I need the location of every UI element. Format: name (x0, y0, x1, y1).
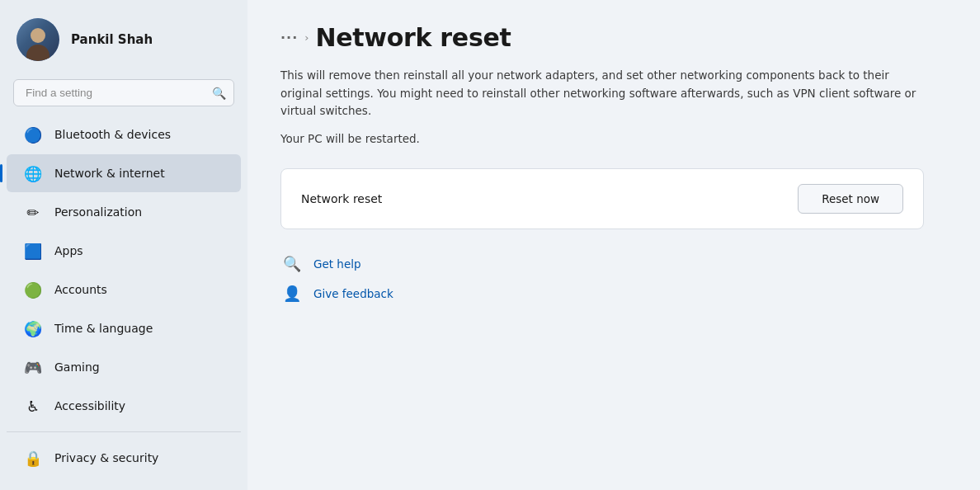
sidebar-item-accounts[interactable]: 🟢 Accounts (7, 271, 241, 309)
bluetooth-icon: 🔵 (23, 125, 43, 144)
give-feedback-label: Give feedback (313, 287, 393, 300)
user-name: Pankil Shah (71, 32, 153, 47)
reset-now-button[interactable]: Reset now (798, 184, 903, 214)
user-profile: Pankil Shah (0, 0, 247, 76)
chevron-right-icon: › (304, 31, 309, 44)
help-links: 🔍 Get help 👤 Give feedback (280, 252, 947, 305)
sidebar-item-gaming[interactable]: 🎮 Gaming (7, 348, 241, 386)
reset-card-label: Network reset (301, 192, 382, 205)
search-box: 🔍 (13, 79, 234, 106)
network-reset-card: Network reset Reset now (280, 168, 924, 229)
sidebar-item-privacy[interactable]: 🔒 Privacy & security (7, 439, 241, 477)
page-title: Network reset (315, 23, 511, 52)
sidebar-item-label: Accessibility (54, 399, 125, 412)
search-input[interactable] (13, 79, 234, 106)
lock-icon: 🔒 (23, 448, 43, 468)
sidebar-item-personalization[interactable]: ✏️ Personalization (7, 193, 241, 231)
get-help-label: Get help (313, 257, 361, 271)
restart-notice: Your PC will be restarted. (280, 132, 947, 145)
sidebar-item-label: Apps (54, 244, 83, 257)
page-description: This will remove then reinstall all your… (280, 67, 924, 120)
time-icon: 🌍 (23, 318, 43, 338)
get-help-link[interactable]: 🔍 Get help (280, 252, 947, 276)
nav-list: 🔵 Bluetooth & devices 🌐 Network & intern… (0, 115, 247, 490)
avatar (16, 18, 59, 61)
nav-divider (7, 431, 241, 432)
sidebar-item-accessibility[interactable]: ♿ Accessibility (7, 387, 241, 425)
sidebar-item-label: Gaming (54, 360, 100, 374)
sidebar-item-bluetooth[interactable]: 🔵 Bluetooth & devices (7, 115, 241, 153)
sidebar-item-label: Time & language (54, 322, 153, 335)
sidebar-item-label: Privacy & security (54, 451, 158, 464)
sidebar-item-label: Accounts (54, 283, 107, 296)
accounts-icon: 🟢 (23, 280, 43, 299)
sidebar-item-label: Bluetooth & devices (54, 128, 171, 141)
sidebar-item-time[interactable]: 🌍 Time & language (7, 309, 241, 347)
accessibility-icon: ♿ (23, 396, 43, 416)
pencil-icon: ✏️ (23, 202, 43, 222)
sidebar-item-apps[interactable]: 🟦 Apps (7, 232, 241, 270)
give-feedback-icon: 👤 (280, 282, 304, 305)
apps-icon: 🟦 (23, 241, 43, 261)
sidebar-item-network[interactable]: 🌐 Network & internet (7, 154, 241, 192)
get-help-icon: 🔍 (280, 252, 304, 276)
gaming-icon: 🎮 (23, 357, 43, 377)
sidebar-item-label: Personalization (54, 205, 142, 219)
give-feedback-link[interactable]: 👤 Give feedback (280, 282, 947, 305)
breadcrumb-dots: ··· (280, 30, 298, 45)
sidebar: Pankil Shah 🔍 🔵 Bluetooth & devices 🌐 Ne… (0, 0, 247, 490)
sidebar-item-label: Network & internet (54, 167, 165, 180)
main-content: ··· › Network reset This will remove the… (247, 0, 980, 490)
network-icon: 🌐 (23, 163, 43, 183)
breadcrumb: ··· › Network reset (280, 23, 947, 52)
